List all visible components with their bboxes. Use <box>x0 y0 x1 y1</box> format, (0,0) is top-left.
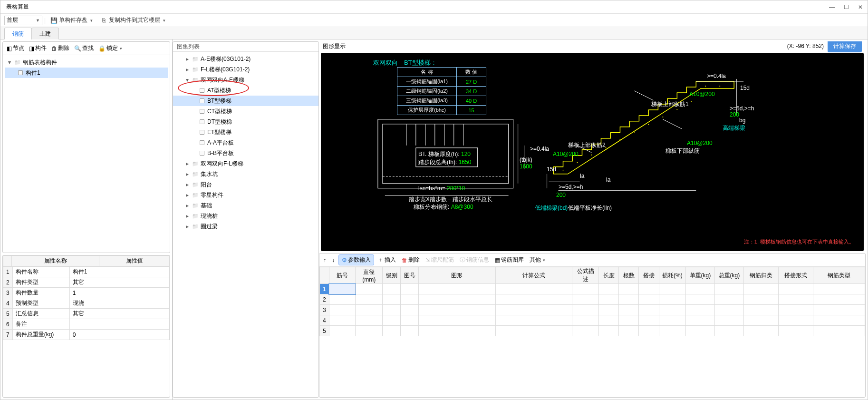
grid-row[interactable]: 4 <box>320 315 865 326</box>
grid-cell[interactable] <box>743 326 778 336</box>
atlas-item[interactable]: ▸阳台 <box>173 179 318 190</box>
grid-col-header[interactable]: 单重(kg) <box>685 267 714 284</box>
grid-cell[interactable] <box>813 294 865 305</box>
toggle-icon[interactable]: ▸ <box>184 160 190 167</box>
grid-col-header[interactable]: 总重(kg) <box>714 267 743 284</box>
toggle-icon[interactable]: ▸ <box>184 171 190 177</box>
grid-cell[interactable] <box>383 305 401 315</box>
arrow-down-button[interactable]: ↓ <box>330 256 337 264</box>
grid-cell[interactable] <box>356 305 383 315</box>
atlas-item[interactable]: BT型楼梯 <box>173 96 318 106</box>
lock-button[interactable]: 🔒锁定▾ <box>96 43 124 53</box>
calc-save-button[interactable]: 计算保存 <box>828 41 862 52</box>
grid-cell[interactable] <box>714 326 743 336</box>
property-row[interactable]: 3构件数量1 <box>3 288 170 298</box>
atlas-item[interactable]: ▾双网双向A-E楼梯 <box>173 75 318 85</box>
cad-viewport[interactable]: 双网双向—BT型楼梯： 名 称数 值 一级钢筋锚固(la1)27 D 二级钢筋锚… <box>321 53 864 251</box>
grid-cell[interactable] <box>639 315 659 326</box>
grid-cell[interactable] <box>572 305 599 315</box>
atlas-item[interactable]: B-B平台板 <box>173 148 318 158</box>
grid-cell[interactable] <box>572 315 599 326</box>
minimize-button[interactable]: — <box>829 4 835 10</box>
grid-cell[interactable] <box>659 315 685 326</box>
insert-button[interactable]: ＋插入 <box>376 255 398 265</box>
grid-cell[interactable] <box>659 305 685 315</box>
grid-col-header[interactable]: 搭接 <box>639 267 659 284</box>
grid-cell[interactable] <box>639 326 659 336</box>
grid-cell[interactable] <box>813 305 865 315</box>
grid-cell[interactable] <box>685 284 714 294</box>
tab-rebar[interactable]: 钢筋 <box>4 28 32 39</box>
grid-cell[interactable] <box>418 305 495 315</box>
grid-cell[interactable] <box>356 294 383 305</box>
grid-cell[interactable] <box>401 315 419 326</box>
grid-cell[interactable] <box>619 305 639 315</box>
grid-col-header[interactable]: 图号 <box>401 267 419 284</box>
grid-cell[interactable] <box>779 284 813 294</box>
property-row[interactable]: 4预制类型现浇 <box>3 298 170 309</box>
grid-row[interactable]: 1 <box>320 284 865 294</box>
grid-cell[interactable] <box>495 315 572 326</box>
grid-col-header[interactable]: 级别 <box>383 267 401 284</box>
arrow-up-button[interactable]: ↑ <box>321 256 328 264</box>
grid-cell[interactable] <box>598 294 618 305</box>
grid-cell[interactable] <box>329 305 356 315</box>
toggle-icon[interactable]: ▸ <box>184 56 190 62</box>
grid-cell[interactable] <box>779 294 813 305</box>
grid-col-header[interactable]: 钢筋类型 <box>813 267 865 284</box>
grid-cell[interactable] <box>418 284 495 294</box>
atlas-item[interactable]: ▸F-L楼梯(03G101-2) <box>173 64 318 75</box>
grid-cell[interactable] <box>329 315 356 326</box>
toggle-icon[interactable]: ▸ <box>184 192 190 198</box>
grid-col-header[interactable]: 直径(mm) <box>356 267 383 284</box>
property-row[interactable]: 7构件总重量(kg)0 <box>3 330 170 340</box>
grid-cell[interactable] <box>685 315 714 326</box>
grid-col-header[interactable]: 筋号 <box>329 267 356 284</box>
grid-cell[interactable] <box>659 326 685 336</box>
grid-cell[interactable] <box>619 294 639 305</box>
grid-cell[interactable] <box>619 284 639 294</box>
copy-component-button[interactable]: ⎘ 复制构件到其它楼层 ▾ <box>97 15 168 26</box>
grid-cell[interactable] <box>572 326 599 336</box>
atlas-item[interactable]: ▸A-E楼梯(03G101-2) <box>173 54 318 64</box>
grid-cell[interactable] <box>495 326 572 336</box>
grid-cell[interactable] <box>685 305 714 315</box>
grid-col-header[interactable]: 搭接形式 <box>779 267 813 284</box>
grid-cell[interactable] <box>329 294 356 305</box>
grid-cell[interactable] <box>495 284 572 294</box>
grid-cell[interactable] <box>619 315 639 326</box>
grid-cell[interactable] <box>779 315 813 326</box>
grid-row[interactable]: 5 <box>320 326 865 336</box>
grid-cell[interactable] <box>329 326 356 336</box>
grid-cell[interactable] <box>714 284 743 294</box>
grid-cell[interactable] <box>401 305 419 315</box>
grid-cell[interactable] <box>418 315 495 326</box>
grid-cell[interactable] <box>356 326 383 336</box>
grid-cell[interactable] <box>401 284 419 294</box>
grid-cell[interactable] <box>714 294 743 305</box>
atlas-item[interactable]: ▸零星构件 <box>173 190 318 200</box>
delete-row-button[interactable]: 🗑删除 <box>400 255 422 265</box>
grid-cell[interactable] <box>813 326 865 336</box>
grid-cell[interactable] <box>383 284 401 294</box>
grid-cell[interactable] <box>598 315 618 326</box>
grid-scroll[interactable]: 筋号直径(mm)级别图号图形计算公式公式描述长度根数搭接损耗(%)单重(kg)总… <box>319 267 865 397</box>
grid-cell[interactable] <box>743 305 778 315</box>
grid-cell[interactable] <box>743 284 778 294</box>
grid-col-header[interactable]: 图形 <box>418 267 495 284</box>
atlas-item[interactable]: ▸基础 <box>173 200 318 211</box>
grid-col-header[interactable]: 计算公式 <box>495 267 572 284</box>
collapse-icon[interactable]: ▾ <box>7 59 12 66</box>
atlas-item[interactable]: ET型楼梯 <box>173 127 318 137</box>
maximize-button[interactable]: ☐ <box>843 4 849 10</box>
atlas-item[interactable]: DT型楼梯 <box>173 117 318 127</box>
grid-row[interactable]: 2 <box>320 294 865 305</box>
property-row[interactable]: 6备注 <box>3 319 170 330</box>
atlas-item[interactable]: A-A平台板 <box>173 137 318 148</box>
grid-cell[interactable] <box>572 284 599 294</box>
grid-cell[interactable] <box>572 294 599 305</box>
grid-cell[interactable] <box>383 294 401 305</box>
grid-cell[interactable] <box>639 284 659 294</box>
close-button[interactable]: ✕ <box>857 4 864 10</box>
grid-cell[interactable] <box>598 326 618 336</box>
